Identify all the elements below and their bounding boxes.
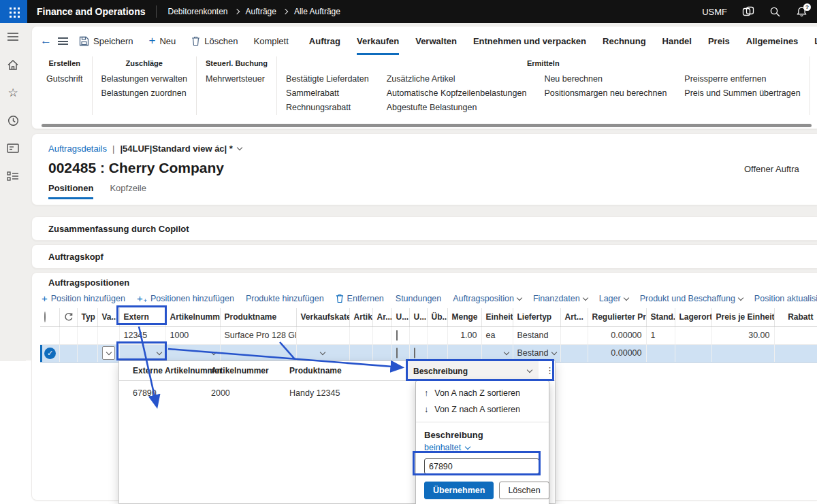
grid-row-2-selected[interactable]: ✓ Bestand 0.00000 [40,344,817,362]
cell-produktname[interactable]: Surface Pro 128 GB [220,326,296,344]
home-icon[interactable] [5,58,20,71]
positionsmargen-neu-berechnen-button[interactable]: Positionsmargen neu berechnen [544,86,667,101]
preis-und-summen-uebertragen-button[interactable]: Preis und Summen übertragen [684,86,800,101]
cell-einheit[interactable]: ea [481,326,513,344]
checkbox-unchecked[interactable] [414,348,415,358]
cell-liefertyp[interactable]: Bestand [513,344,560,362]
app-title[interactable]: Finance and Operations [37,6,145,17]
apply-filter-button[interactable]: Übernehmen [424,482,494,499]
add-lines-button[interactable]: ++ Positionen hinzufügen [137,293,234,305]
copilot-summary-section[interactable]: Zusammenfassung durch Copilot [31,216,817,241]
col-u1[interactable]: U... [391,308,409,326]
new-button[interactable]: + Neu [144,33,181,49]
bestaetigte-lieferdaten-button[interactable]: Bestätigte Lieferdaten [286,72,369,86]
filter-operator-dropdown[interactable]: beinhaltet [416,441,549,452]
sitemap-menu-button[interactable] [58,33,68,49]
grid-row-1[interactable]: 12345 1000 Surface Pro 128 GB 1.00 ea Be… [40,326,817,344]
col-liefertyp[interactable]: Liefertyp [513,308,560,326]
cell-extern[interactable]: 12345 [119,326,165,344]
automatische-kopfzeilenbelastungen-button[interactable]: Automatische Kopfzeilenbelastungen [387,86,527,101]
menu-lager[interactable]: Lager [599,294,628,303]
notifications-bell-icon[interactable]: ? [796,6,807,18]
delete-button[interactable]: Löschen [187,33,242,49]
tab-kopfzeile[interactable]: Kopfzeile [110,183,146,199]
col-lagerort[interactable]: Lagerort [675,308,711,326]
col-ar[interactable]: Ar... [372,308,391,326]
lookup-col-artikelnummer[interactable]: Artikelnummer [211,366,269,375]
clear-filter-button[interactable]: Löschen [499,482,549,499]
rechnungsrabatt-button[interactable]: Rechnungsrabatt [286,101,351,115]
menu-produkt-und-beschaffung[interactable]: Produkt und Beschaffung [640,294,743,303]
col-u2[interactable]: U... [409,308,427,326]
cell-verkaufskategorie-lookup[interactable] [296,344,349,362]
refresh-header[interactable] [59,308,77,326]
cell-liefertyp[interactable]: Bestand [513,326,560,344]
col-typ[interactable]: Typ [77,308,97,326]
copilot-icon[interactable] [742,5,754,18]
checkbox-unchecked[interactable] [396,330,398,341]
lookup-col-produktname[interactable]: Produktname [289,366,342,375]
col-extern[interactable]: Extern [119,308,165,326]
tab-allgemeines[interactable]: Allgemeines [746,27,799,55]
add-products-button[interactable]: Produkte hinzufügen [246,294,324,303]
zusaetzliche-artikel-button[interactable]: Zusätzliche Artikel [387,72,455,86]
col-menge[interactable]: Menge [447,308,481,326]
favorites-star-icon[interactable]: ☆ [5,86,20,99]
deferrals-button[interactable]: Stundungen [396,294,441,303]
col-rabatt[interactable]: Rabatt [774,308,817,326]
company-picker[interactable]: USMF [702,7,727,17]
col-preis-je-einheit[interactable]: Preis je Einheit [711,308,774,326]
breadcrumb-item-alle-auftraege[interactable]: Alle Aufträge [294,7,340,16]
col-ueb[interactable]: Üb... [427,308,447,326]
col-artikel1[interactable]: Artik... [349,308,372,326]
neu-berechnen-button[interactable]: Neu berechnen [544,72,602,86]
order-details-link[interactable]: Auftragsdetails [48,144,107,154]
tab-entnehmen-und-verpacken[interactable]: Entnehmen und verpacken [473,27,586,55]
preissperre-entfernen-button[interactable]: Preissperre entfernen [684,72,766,86]
belastungen-verwalten-button[interactable]: Belastungen verwalten [101,72,187,86]
tab-preis[interactable]: Preis [708,27,730,55]
breadcrumb-item-auftraege[interactable]: Aufträge [246,7,276,16]
cell-standort[interactable]: 1 [646,326,675,344]
complete-button[interactable]: Komplett [249,33,293,49]
belastungen-zuordnen-button[interactable]: Belastungen zuordnen [101,86,187,101]
order-header-section[interactable]: Auftragskopf [31,244,817,269]
add-line-button[interactable]: + Position hinzufügen [42,294,125,303]
col-standort[interactable]: Stand... [646,308,675,326]
cell-regulierter-preis[interactable]: 0.00000 [588,344,646,362]
select-all-header[interactable] [40,308,59,326]
col-produktname[interactable]: Produktname [220,308,296,326]
remove-line-button[interactable]: Entfernen [336,294,384,303]
checkbox-unchecked[interactable] [396,348,398,358]
tab-auftrag[interactable]: Auftrag [309,27,340,55]
modules-icon[interactable] [5,169,20,183]
col-regulierter-preis[interactable]: Regulierter Pre... [588,308,646,326]
tab-handel[interactable]: Handel [662,27,692,55]
tab-lagerort[interactable]: Lagerort [814,27,817,55]
cell-regulierter-preis[interactable]: 0.00000 [588,326,646,344]
col-art2[interactable]: Art... [560,308,588,326]
filter-value-input[interactable] [424,458,539,474]
col-artikelnummer[interactable]: Artikelnummer [165,308,220,326]
tab-verkaufen[interactable]: Verkaufen [357,27,399,55]
cell-extern-lookup[interactable] [119,344,165,362]
recent-clock-icon[interactable] [5,114,20,127]
cell-artikelnummer[interactable]: 1000 [165,326,220,344]
menu-auftragsposition[interactable]: Auftragsposition [453,294,522,303]
search-icon[interactable] [769,6,781,18]
gutschrift-button[interactable]: Gutschrift [46,72,83,86]
tab-positionen[interactable]: Positionen [48,183,93,199]
menu-finanzdaten[interactable]: Finanzdaten [533,294,588,303]
save-button[interactable]: Speichern [74,33,138,49]
tab-verwalten[interactable]: Verwalten [415,27,457,55]
abgestufte-belastungen-button[interactable]: Abgestufte Belastungen [387,101,477,115]
col-verkaufskategorie[interactable]: Verkaufskateg... [296,308,349,326]
sammelrabatt-button[interactable]: Sammelrabatt [286,86,339,101]
workspaces-icon[interactable] [5,141,20,155]
lookup-col-beschreibung-filtered[interactable]: Beschreibung [408,361,539,381]
back-button[interactable]: ← [40,33,52,49]
cell-preis-je-einheit[interactable]: 30.00 [711,326,774,344]
sort-descending-item[interactable]: ↓ Von Z nach A sortieren [416,401,549,418]
mehrwertsteuer-button[interactable]: Mehrwertsteuer [206,72,265,86]
column-options-kebab-icon[interactable]: ⋮ [545,365,554,375]
